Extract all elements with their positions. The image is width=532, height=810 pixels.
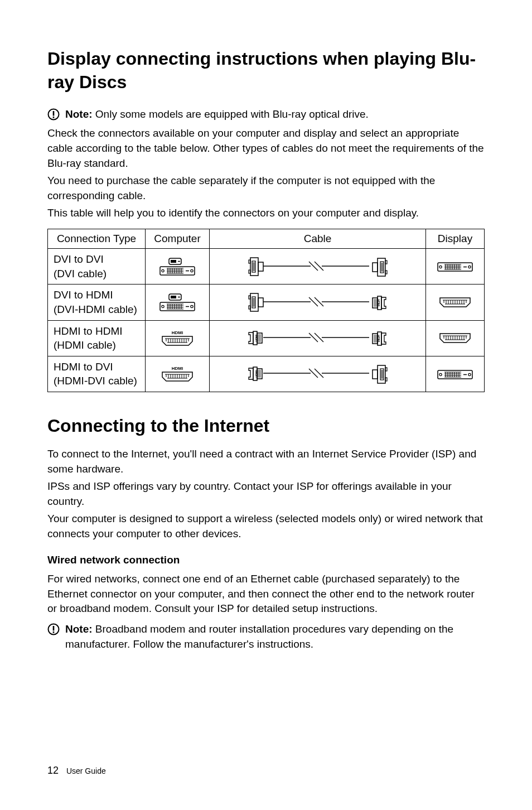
cell-cable-hdmi-hdmi	[210, 320, 426, 356]
table-header-row: Connection Type Computer Cable Display	[48, 229, 485, 249]
paragraph-wired-instructions: For wired networks, connect one end of a…	[47, 572, 485, 617]
col-cable: Cable	[210, 229, 426, 249]
col-computer: Computer	[146, 229, 210, 249]
paragraph-isp-contract: To connect to the Internet, you'll need …	[47, 447, 485, 477]
paragraph-table-intro: This table will help you to identify the…	[47, 206, 485, 221]
table-row: DVI to DVI(DVI cable)	[48, 249, 485, 285]
page-footer: 12 User Guide	[47, 765, 106, 777]
page-number: 12	[47, 765, 59, 776]
cell-computer-hdmi	[146, 356, 210, 392]
subheading-wired: Wired network connection	[47, 554, 485, 566]
cell-computer-dvi	[146, 249, 210, 285]
cell-computer-hdmi	[146, 320, 210, 356]
cell-cable-dvi-dvi	[210, 249, 426, 285]
table-row: HDMI to DVI(HDMI-DVI cable)	[48, 356, 485, 392]
cell-type: HDMI to DVI(HDMI-DVI cable)	[48, 356, 146, 392]
cell-type: HDMI to HDMI(HDMI cable)	[48, 320, 146, 356]
cell-type: DVI to HDMI(DVI-HDMI cable)	[48, 285, 146, 320]
cell-display-dvi	[426, 356, 485, 392]
col-connection-type: Connection Type	[48, 229, 146, 249]
note-bluray-models: Note: Only some models are equipped with…	[47, 108, 485, 120]
col-display: Display	[426, 229, 485, 249]
note-text: Note: Only some models are equipped with…	[65, 108, 369, 120]
footer-label: User Guide	[66, 766, 106, 775]
cell-type: DVI to DVI(DVI cable)	[48, 249, 146, 285]
paragraph-wireless-wired: Your computer is designed to support a w…	[47, 512, 485, 542]
heading-connecting-internet: Connecting to the Internet	[47, 414, 485, 438]
paragraph-purchase-cable: You need to purchase the cable separatel…	[47, 173, 485, 204]
connector-table: Connection Type Computer Cable Display D…	[47, 229, 485, 392]
attention-icon	[47, 623, 60, 635]
cell-computer-dvi	[146, 285, 210, 320]
cell-display-hdmi	[426, 320, 485, 356]
cell-display-hdmi	[426, 285, 485, 320]
attention-icon	[47, 108, 60, 120]
note-text: Note: Broadband modem and router install…	[65, 622, 485, 652]
cell-cable-dvi-hdmi	[210, 285, 426, 320]
note-modem-router: Note: Broadband modem and router install…	[47, 622, 485, 652]
cell-display-dvi	[426, 249, 485, 285]
heading-display-instructions: Display connecting instructions when pla…	[47, 47, 485, 94]
paragraph-isp-vary: IPSs and ISP offerings vary by country. …	[47, 479, 485, 509]
paragraph-check-connectors: Check the connectors available on your c…	[47, 126, 485, 171]
table-row: HDMI to HDMI(HDMI cable)	[48, 320, 485, 356]
cell-cable-hdmi-dvi	[210, 356, 426, 392]
table-row: DVI to HDMI(DVI-HDMI cable)	[48, 285, 485, 320]
